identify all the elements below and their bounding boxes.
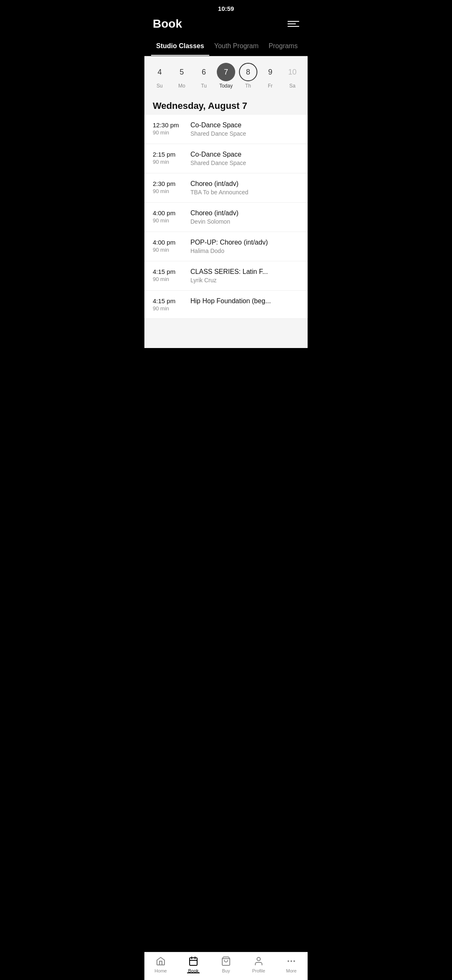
date-day-4: Su [157, 83, 163, 89]
class-time-block: 4:00 pm90 min [153, 209, 190, 224]
tab-youth-program[interactable]: Youth Program [209, 37, 264, 56]
class-info: Choreo (int/adv)Devin Solomon [190, 209, 299, 225]
class-duration: 90 min [153, 188, 190, 194]
date-number-9: 9 [261, 63, 280, 81]
class-time: 4:15 pm [153, 297, 190, 304]
filter-icon [288, 21, 299, 22]
class-name: Hip Hop Foundation (beg... [190, 297, 299, 305]
class-item[interactable]: 2:15 pm90 minCo-Dance SpaceShared Dance … [144, 144, 308, 173]
class-instructor: Shared Dance Space [190, 160, 299, 166]
content-area: 4Su5Mo6Tu7Today8Th9Fr10Sa Wednesday, Aug… [144, 56, 308, 348]
date-number-5: 5 [172, 63, 191, 81]
class-list: 12:30 pm90 minCo-Dance SpaceShared Dance… [144, 115, 308, 319]
class-info: POP-UP: Choreo (int/adv)Halima Dodo [190, 239, 299, 254]
date-number-7: 7 [217, 63, 235, 81]
date-item-8[interactable]: 8Th [239, 63, 258, 89]
class-info: Hip Hop Foundation (beg... [190, 297, 299, 306]
class-name: CLASS SERIES: Latin F... [190, 268, 299, 276]
date-item-7[interactable]: 7Today [216, 63, 236, 89]
date-item-5[interactable]: 5Mo [172, 63, 191, 89]
date-item-6[interactable]: 6Tu [194, 63, 213, 89]
date-day-5: Mo [178, 83, 185, 89]
class-time-block: 4:15 pm90 min [153, 297, 190, 312]
class-instructor: Halima Dodo [190, 248, 299, 254]
filter-icon-line3 [288, 26, 299, 27]
class-item[interactable]: 4:15 pm90 minCLASS SERIES: Latin F...Lyr… [144, 261, 308, 291]
section-date: Wednesday, August 7 [144, 94, 308, 115]
date-item-4[interactable]: 4Su [150, 63, 169, 89]
class-info: Co-Dance SpaceShared Dance Space [190, 151, 299, 166]
class-time-block: 12:30 pm90 min [153, 121, 190, 136]
date-day-7: Today [219, 83, 233, 89]
date-number-10: 10 [283, 63, 301, 81]
class-instructor: Devin Solomon [190, 218, 299, 225]
class-instructor: Shared Dance Space [190, 130, 299, 137]
date-day-6: Tu [201, 83, 207, 89]
class-name: Choreo (int/adv) [190, 209, 299, 217]
class-item[interactable]: 4:00 pm90 minPOP-UP: Choreo (int/adv)Hal… [144, 232, 308, 261]
date-number-8: 8 [239, 63, 257, 81]
class-duration: 90 min [153, 247, 190, 253]
date-number-4: 4 [150, 63, 169, 81]
class-instructor: Lyrik Cruz [190, 277, 299, 284]
date-number-6: 6 [195, 63, 213, 81]
class-duration: 90 min [153, 305, 190, 312]
date-item-10[interactable]: 10Sa [282, 63, 302, 89]
class-time-block: 2:15 pm90 min [153, 151, 190, 165]
tab-studio-classes[interactable]: Studio Classes [151, 37, 209, 56]
date-day-9: Fr [268, 83, 272, 89]
status-time: 10:59 [218, 5, 234, 12]
date-day-10: Sa [289, 83, 295, 89]
class-time-block: 4:00 pm90 min [153, 239, 190, 253]
class-item[interactable]: 12:30 pm90 minCo-Dance SpaceShared Dance… [144, 115, 308, 144]
class-info: CLASS SERIES: Latin F...Lyrik Cruz [190, 268, 299, 284]
header: Book [144, 14, 308, 37]
class-time: 12:30 pm [153, 121, 190, 129]
class-name: Choreo (int/adv) [190, 180, 299, 188]
class-time: 2:30 pm [153, 180, 190, 187]
class-duration: 90 min [153, 159, 190, 165]
tab-programs[interactable]: Programs [264, 37, 303, 56]
class-item[interactable]: 4:15 pm90 minHip Hop Foundation (beg... [144, 291, 308, 319]
filter-button[interactable] [288, 18, 299, 30]
class-duration: 90 min [153, 129, 190, 136]
class-info: Co-Dance SpaceShared Dance Space [190, 121, 299, 137]
class-duration: 90 min [153, 276, 190, 282]
class-time: 2:15 pm [153, 151, 190, 158]
class-item[interactable]: 4:00 pm90 minChoreo (int/adv)Devin Solom… [144, 203, 308, 232]
status-bar: 10:59 [144, 0, 308, 14]
class-name: Co-Dance Space [190, 121, 299, 129]
tab-bar: Studio Classes Youth Program Programs [144, 37, 308, 56]
class-time-block: 4:15 pm90 min [153, 268, 190, 282]
class-name: POP-UP: Choreo (int/adv) [190, 239, 299, 246]
class-time: 4:00 pm [153, 239, 190, 246]
class-time: 4:00 pm [153, 209, 190, 217]
class-name: Co-Dance Space [190, 151, 299, 158]
class-item[interactable]: 2:30 pm90 minChoreo (int/adv)TBA To be A… [144, 173, 308, 203]
date-item-9[interactable]: 9Fr [261, 63, 280, 89]
class-duration: 90 min [153, 217, 190, 224]
page-title: Book [153, 17, 182, 31]
date-day-8: Th [245, 83, 251, 89]
class-time: 4:15 pm [153, 268, 190, 275]
class-info: Choreo (int/adv)TBA To be Announced [190, 180, 299, 196]
class-instructor: TBA To be Announced [190, 189, 299, 196]
class-time-block: 2:30 pm90 min [153, 180, 190, 194]
filter-icon-line2 [288, 23, 296, 24]
date-picker: 4Su5Mo6Tu7Today8Th9Fr10Sa [144, 56, 308, 94]
